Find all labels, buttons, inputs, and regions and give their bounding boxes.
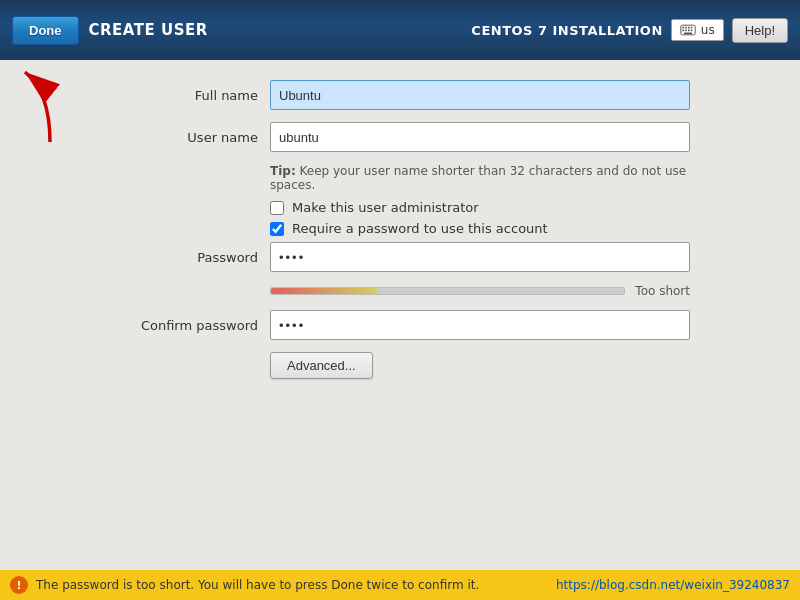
form-container: Full name User name Tip: Keep your user … [110, 80, 690, 379]
advanced-row: Advanced... [110, 352, 690, 379]
admin-checkbox-row: Make this user administrator [110, 200, 690, 215]
header: Done CREATE USER CENTOS 7 INSTALLATION u… [0, 0, 800, 60]
svg-rect-8 [691, 30, 693, 32]
tip-text: Tip: Keep your user name shorter than 32… [270, 164, 690, 192]
footer-message: The password is too short. You will have… [36, 578, 548, 592]
strength-bar-container [270, 287, 625, 295]
svg-rect-4 [691, 27, 693, 29]
password-required-checkbox-row: Require a password to use this account [110, 221, 690, 236]
confirm-password-input[interactable] [270, 310, 690, 340]
username-label: User name [110, 130, 270, 145]
tip-content: Keep your user name shorter than 32 char… [270, 164, 686, 192]
keyboard-icon [680, 24, 696, 36]
header-right: CENTOS 7 INSTALLATION us Help! [471, 18, 788, 43]
svg-rect-1 [682, 27, 684, 29]
svg-rect-5 [682, 30, 684, 32]
fullname-row: Full name [110, 80, 690, 110]
keyboard-layout-selector[interactable]: us [671, 19, 724, 41]
username-row: User name [110, 122, 690, 152]
password-row: Password [110, 242, 690, 272]
admin-checkbox-label[interactable]: Make this user administrator [292, 200, 479, 215]
done-button[interactable]: Done [12, 16, 79, 45]
red-arrow [10, 62, 65, 150]
admin-checkbox[interactable] [270, 201, 284, 215]
username-input[interactable] [270, 122, 690, 152]
svg-rect-2 [685, 27, 687, 29]
tip-bold-label: Tip: [270, 164, 296, 178]
fullname-label: Full name [110, 88, 270, 103]
help-button[interactable]: Help! [732, 18, 788, 43]
password-label: Password [110, 250, 270, 265]
main-content: Full name User name Tip: Keep your user … [0, 60, 800, 570]
confirm-password-label: Confirm password [110, 318, 270, 333]
password-input[interactable] [270, 242, 690, 272]
header-left: Done CREATE USER [12, 16, 208, 45]
centos-title: CENTOS 7 INSTALLATION [471, 23, 662, 38]
strength-label: Too short [635, 284, 690, 298]
svg-rect-9 [684, 32, 692, 34]
password-required-checkbox-label[interactable]: Require a password to use this account [292, 221, 548, 236]
footer-link[interactable]: https://blog.csdn.net/weixin_39240837 [556, 578, 790, 592]
fullname-input[interactable] [270, 80, 690, 110]
footer: ! The password is too short. You will ha… [0, 570, 800, 600]
page-title: CREATE USER [89, 21, 208, 39]
warning-icon: ! [10, 576, 28, 594]
advanced-button[interactable]: Advanced... [270, 352, 373, 379]
strength-row: Too short [110, 284, 690, 298]
svg-rect-7 [688, 30, 690, 32]
svg-rect-6 [685, 30, 687, 32]
keyboard-layout-value: us [701, 23, 715, 37]
confirm-password-row: Confirm password [110, 310, 690, 340]
tip-row: Tip: Keep your user name shorter than 32… [110, 164, 690, 192]
strength-bar-fill [271, 288, 377, 294]
svg-rect-3 [688, 27, 690, 29]
password-required-checkbox[interactable] [270, 222, 284, 236]
